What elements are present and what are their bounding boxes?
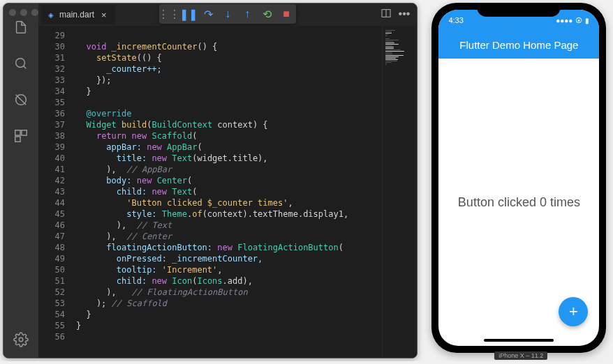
svg-rect-2 [15,130,20,135]
settings-gear-icon[interactable] [11,330,31,349]
restart-icon[interactable]: ⟲ [261,8,272,20]
debug-toolbar: ⋮⋮ ❚❚ ↷ ↓ ↑ ⟲ ■ [159,4,296,24]
phone-screen: 4:33 ●●●● ⦿ ▮ Flutter Demo Home Page But… [438,10,599,346]
app-bar-title: Flutter Demo Home Page [459,39,578,51]
editor-actions: ••• [381,8,418,22]
window-controls [9,9,38,16]
app-bar: Flutter Demo Home Page [438,31,599,59]
drag-handle-icon[interactable]: ⋮⋮ [163,8,175,20]
explorer-icon[interactable] [11,17,31,37]
svg-point-0 [16,59,25,68]
body-text: Button clicked 0 times [458,195,580,210]
editor-area: ◈ main.dart × ⋮⋮ ❚❚ ↷ ↓ ↑ ⟲ ■ ••• 293 [38,3,417,358]
step-out-icon[interactable]: ↑ [242,8,253,20]
minimap[interactable] [382,26,417,358]
editor-tab[interactable]: ◈ main.dart × [41,5,115,24]
maximize-window-icon[interactable] [31,9,38,16]
code-text[interactable]: void _incrementCounter() { setState(() {… [72,26,382,358]
stop-icon[interactable]: ■ [281,8,292,20]
split-editor-icon[interactable] [381,8,392,22]
search-icon[interactable] [11,54,31,73]
debug-icon[interactable] [11,90,31,109]
battery-icon: ▮ [585,17,589,24]
home-indicator[interactable] [484,339,554,342]
ide-window: ◈ main.dart × ⋮⋮ ❚❚ ↷ ↓ ↑ ⟲ ■ ••• 293 [3,3,418,358]
svg-rect-4 [15,137,20,142]
simulator: 4:33 ●●●● ⦿ ▮ Flutter Demo Home Page But… [431,3,610,358]
close-icon[interactable]: × [100,10,108,20]
dart-file-icon: ◈ [48,11,54,19]
extensions-icon[interactable] [11,126,31,146]
wifi-icon: ⦿ [575,17,582,24]
plus-icon: + [569,303,578,321]
line-number-gutter: 2930313233343536373839404142434445464748… [38,26,72,358]
svg-point-5 [19,338,23,342]
more-icon[interactable]: ••• [399,8,411,22]
close-window-icon[interactable] [9,9,16,16]
code-pane[interactable]: 2930313233343536373839404142434445464748… [38,26,417,358]
minimize-window-icon[interactable] [20,9,27,16]
tab-filename: main.dart [59,10,94,20]
signal-icon: ●●●● [556,17,573,24]
step-into-icon[interactable]: ↓ [222,8,233,20]
activity-bar [3,3,38,358]
step-over-icon[interactable]: ↷ [202,8,214,20]
phone-frame: 4:33 ●●●● ⦿ ▮ Flutter Demo Home Page But… [431,3,606,353]
pause-icon[interactable]: ❚❚ [183,8,194,20]
phone-notch [477,3,561,17]
simulator-device-label: iPhone X – 11.2 [494,351,547,360]
status-icons: ●●●● ⦿ ▮ [556,17,589,24]
svg-rect-3 [22,130,27,135]
status-time: 4:33 [448,16,463,24]
tab-bar: ◈ main.dart × ⋮⋮ ❚❚ ↷ ↓ ↑ ⟲ ■ ••• [38,3,417,26]
